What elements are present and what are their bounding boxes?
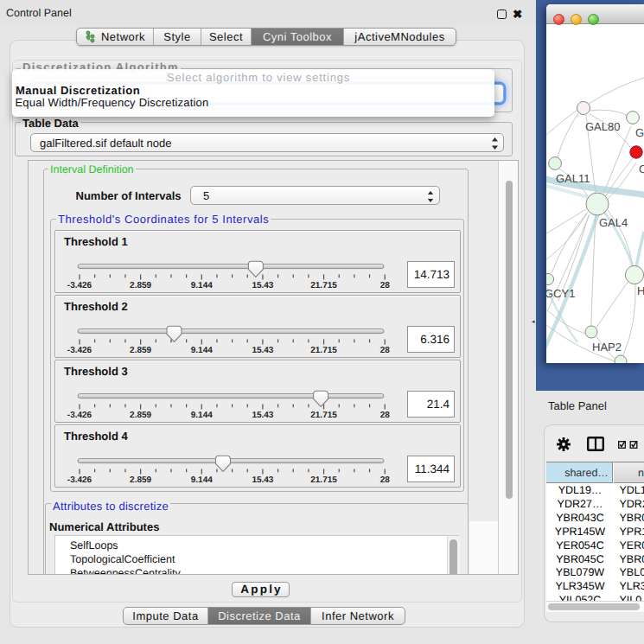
svg-text:GAL11: GAL11 bbox=[556, 172, 590, 185]
svg-text:HA: HA bbox=[637, 284, 644, 297]
svg-text:CY: CY bbox=[639, 163, 644, 175]
svg-text:GCY1: GCY1 bbox=[546, 287, 575, 300]
svg-text:GA: GA bbox=[635, 126, 644, 139]
svg-text:GAL4: GAL4 bbox=[599, 216, 628, 229]
svg-text:GAL80: GAL80 bbox=[585, 120, 620, 133]
svg-text:HAP2: HAP2 bbox=[592, 341, 622, 354]
